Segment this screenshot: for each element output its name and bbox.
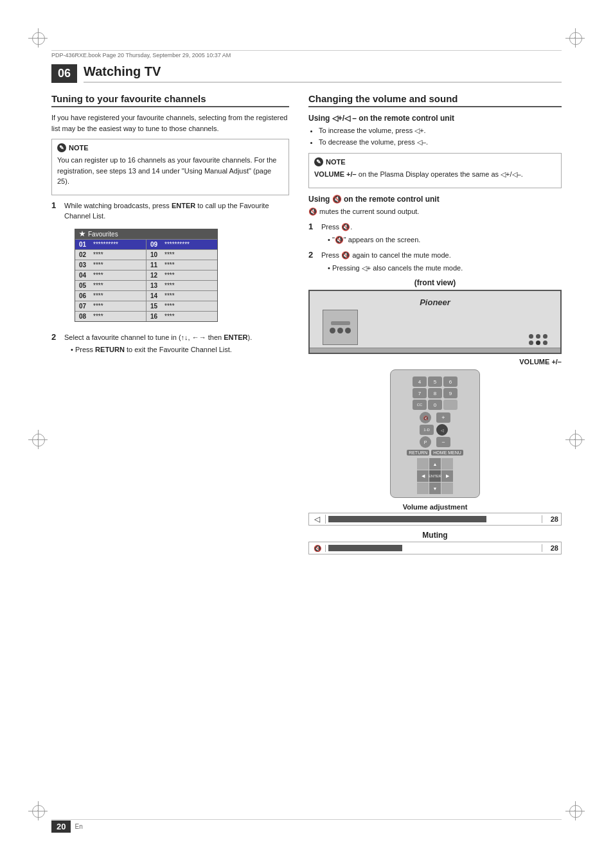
reg-mark-bl	[32, 805, 44, 817]
reg-mark-mr	[569, 434, 581, 445]
note-icon-2: ✎	[314, 157, 323, 166]
remote-return-btn: RETURN	[407, 450, 429, 456]
note-box-2: ✎ NOTE VOLUME +/– on the Plasma Display …	[308, 153, 562, 188]
right-column: Changing the volume and sound Using ◁+/◁…	[308, 93, 562, 556]
fav-cell-06: 06****	[75, 291, 146, 301]
header-strip: PDP-436RXE.book Page 20 Thursday, Septem…	[51, 50, 562, 58]
page-lang: En	[75, 823, 82, 830]
fav-cell-11: 11****	[147, 260, 217, 270]
remote-btn-8: 8	[428, 388, 442, 398]
volume-adjustment-label: Volume adjustment	[308, 503, 562, 511]
remote-nav-empty-br	[441, 483, 453, 494]
remote-p-btn: P	[420, 436, 431, 448]
page-number-area: 20 En	[51, 820, 83, 833]
remote-vol-minus: −	[436, 437, 450, 447]
fav-cell-14: 14****	[147, 291, 217, 301]
remote-wrapper: 4 5 6 7 8 9 CC 0 🔇 1-D P	[308, 369, 562, 498]
fav-cell-10: 10****	[147, 250, 217, 260]
mute-step-1: 1 Press 🔇. "🔇" appears on the screen.	[308, 222, 562, 245]
note2-bullet: VOLUME +/– on the Plasma Display operate…	[314, 169, 556, 180]
subsection1-bullets: To increase the volume, press ◁+. To dec…	[308, 125, 562, 148]
volume-bar-fill-area	[326, 516, 542, 522]
fav-grid: 01********** 09********** 02**** 10****	[75, 239, 217, 321]
tv-btn-r4	[529, 341, 533, 345]
step-1-content: While watching broadcasts, press ENTER t…	[64, 200, 289, 327]
remote-btn-cc: CC	[413, 400, 427, 410]
note-icon-1: ✎	[57, 143, 66, 152]
tv-btn-1	[330, 328, 335, 333]
step-2-content: Select a favourite channel to tune in (↑…	[64, 332, 289, 355]
note-title-2: ✎ NOTE	[314, 157, 556, 166]
left-section-heading: Tuning to your favourite channels	[51, 93, 289, 107]
tv-right-row1	[529, 334, 547, 339]
mute-step-2: 2 Press 🔇 again to cancel the mute mode.…	[308, 250, 562, 273]
fav-table-title: Favourites	[75, 229, 217, 239]
mute-desc: 🔇 mutes the current sound output.	[308, 206, 562, 217]
step-1-text: While watching broadcasts, press ENTER t…	[64, 200, 289, 222]
remote-vol-icon: ◁	[436, 424, 448, 436]
step-1-num: 1	[51, 200, 60, 327]
reg-mark-br	[569, 805, 581, 817]
main-content: Tuning to your favourite channels If you…	[51, 93, 562, 556]
tv-btn-r5	[536, 341, 540, 345]
right-section-heading: Changing the volume and sound	[308, 93, 562, 107]
remote-nav-pad: ▲ ◀ ENTER ▶ ▼	[417, 458, 453, 494]
remote-left-controls: 🔇 1-D P	[420, 412, 434, 448]
note-label-1: NOTE	[69, 144, 89, 152]
remote-btn-4: 4	[413, 376, 427, 387]
step-2-num: 2	[51, 332, 60, 355]
tv-btn-r1	[529, 334, 533, 339]
volume-bar-row: ◁ 28	[308, 513, 562, 526]
volume-pm-label: VOLUME +/–	[308, 358, 562, 366]
remote-return-row: RETURN HOME MENU	[407, 450, 463, 456]
tv-bottom-strip	[310, 348, 560, 353]
remote-vol-plus: +	[436, 412, 450, 423]
tv-right-panel	[529, 334, 547, 345]
fav-cell-07: 07****	[75, 301, 146, 311]
left-intro: If you have registered your favourite ch…	[51, 112, 289, 134]
tv-btn-2	[337, 328, 343, 333]
chapter-number: 06	[51, 64, 77, 83]
tv-btn-r3	[543, 334, 547, 339]
remote-homemenu-btn: HOME MENU	[431, 450, 463, 456]
remote-mid-row: 🔇 1-D P + ◁ −	[420, 412, 450, 448]
remote-nav-left: ◀	[417, 470, 429, 482]
remote-numpad: 4 5 6 7 8 9 CC 0	[413, 376, 458, 410]
fav-cell-04: 04****	[75, 270, 146, 280]
note-bullet-1: You can register up to 16 channels as yo…	[57, 155, 283, 187]
tv-btn-3	[345, 328, 351, 333]
step-2-sub: Press RETURN to exit the Favourite Chann…	[64, 344, 289, 355]
muting-bar-fill-area	[326, 545, 542, 551]
mute-step-2-num: 2	[308, 250, 317, 273]
remote-nav-right: ▶	[441, 470, 453, 482]
header-text: PDP-436RXE.book Page 20 Thursday, Septem…	[51, 52, 231, 58]
step-2: 2 Select a favourite channel to tune in …	[51, 332, 289, 355]
fav-cell-16: 16****	[147, 312, 217, 321]
tv-button-row-1	[330, 328, 351, 333]
step-2-text: Select a favourite channel to tune in (↑…	[64, 332, 289, 343]
volume-bar-fill	[328, 516, 486, 522]
mute-step-1-sub: "🔇" appears on the screen.	[321, 235, 562, 245]
fav-cell-15: 15****	[147, 301, 217, 311]
fav-cell-08: 08****	[75, 312, 146, 321]
remote-btn-5: 5	[428, 376, 442, 387]
bullet-decrease: To decrease the volume, press ◁–.	[319, 137, 562, 148]
remote-nav-down: ▼	[429, 483, 441, 494]
chapter-header: 06 Watching TV	[51, 64, 562, 83]
remote-control: 4 5 6 7 8 9 CC 0 🔇 1-D P	[390, 369, 480, 498]
tv-left-panel	[323, 310, 358, 345]
reg-mark-tl	[32, 32, 44, 44]
remote-btn-0: 0	[428, 400, 442, 410]
remote-nav-up: ▲	[429, 458, 441, 470]
remote-btn-empty	[443, 400, 458, 410]
tv-btn-r2	[536, 334, 540, 339]
remote-nav-enter: ENTER	[429, 470, 441, 482]
muting-label: Muting	[308, 531, 562, 540]
mute-step-1-text: Press 🔇.	[321, 222, 562, 233]
fav-cell-02: 02****	[75, 250, 146, 260]
reg-mark-ml	[32, 434, 44, 445]
bottom-divider	[51, 819, 562, 820]
page-number: 20	[51, 820, 71, 833]
fav-cell-09: 09**********	[147, 240, 217, 249]
remote-1d-btn: 1-D	[420, 425, 434, 435]
